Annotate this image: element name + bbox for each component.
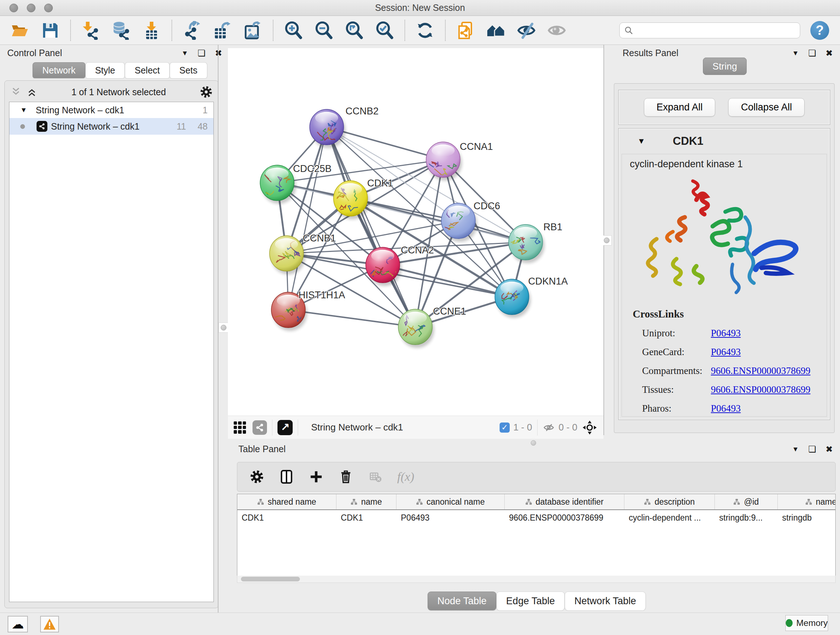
table-options-gear-icon[interactable]: [249, 469, 265, 485]
export-network-button[interactable]: [182, 21, 202, 40]
network-node[interactable]: [438, 203, 477, 242]
zoom-fit-button[interactable]: [344, 21, 364, 40]
network-node[interactable]: [260, 165, 296, 204]
hide-selected-button[interactable]: [516, 21, 536, 40]
left-splitter-handle[interactable]: [218, 323, 229, 333]
tab-edge-table[interactable]: Edge Table: [496, 592, 565, 610]
panel-collapse-icon[interactable]: ▼: [792, 446, 799, 453]
table-horizontal-scrollbar[interactable]: [237, 576, 836, 583]
export-image-button[interactable]: [243, 21, 263, 40]
panel-collapse-icon[interactable]: ▼: [792, 50, 799, 57]
control-panel: Control Panel ▼ ❏ ✖ Network Style Select…: [0, 45, 228, 613]
birds-eye-grid-icon[interactable]: [234, 421, 246, 434]
pan-crosshair-icon[interactable]: [583, 420, 597, 435]
refresh-button[interactable]: [415, 21, 435, 40]
cell-database-identifier[interactable]: 9606.ENSP00000378699: [505, 510, 624, 525]
scrollbar-thumb[interactable]: [241, 577, 300, 581]
help-button[interactable]: ?: [810, 21, 829, 40]
cell-namespace[interactable]: stringdb: [778, 510, 836, 525]
node-label: CCNB1: [303, 233, 336, 244]
column-type-icon: [733, 499, 740, 505]
node-label: CCNA2: [401, 245, 434, 256]
tab-network-table[interactable]: Network Table: [565, 592, 646, 610]
network-node[interactable]: [421, 142, 462, 181]
cell-id[interactable]: stringdb:9...: [715, 510, 778, 525]
gene-collapse-icon[interactable]: ▼: [638, 136, 645, 146]
tab-node-table[interactable]: Node Table: [428, 592, 496, 610]
cell-name[interactable]: CDK1: [336, 510, 396, 525]
export-table-button[interactable]: [213, 21, 232, 40]
tab-string[interactable]: String: [703, 57, 747, 75]
expand-all-button[interactable]: Expand All: [644, 98, 715, 117]
panel-close-icon[interactable]: ✖: [826, 445, 833, 454]
panel-close-icon[interactable]: ✖: [826, 49, 833, 57]
crosslink-link[interactable]: 9606.ENSP00000378699: [711, 384, 810, 395]
column-header: name: [336, 494, 396, 509]
crosslink-link[interactable]: P06493: [711, 347, 741, 358]
network-node[interactable]: [495, 279, 531, 318]
open-in-window-icon[interactable]: ↗: [278, 420, 293, 435]
cell-shared-name[interactable]: CDK1: [237, 510, 336, 525]
panel-collapse-icon[interactable]: ▼: [182, 50, 188, 57]
cell-description[interactable]: cyclin-dependent ...: [624, 510, 715, 525]
tab-sets[interactable]: Sets: [170, 62, 207, 78]
delete-column-trash-icon[interactable]: [338, 469, 354, 485]
import-network-from-database-button[interactable]: [111, 21, 131, 40]
network-edge[interactable]: [288, 127, 327, 310]
string-import-button[interactable]: [456, 21, 475, 40]
column-header: namespace: [778, 494, 836, 509]
titlebar: Session: New Session: [0, 0, 840, 16]
network-node[interactable]: [309, 109, 346, 148]
network-node[interactable]: [333, 181, 369, 219]
network-collection-row[interactable]: ▼ String Network – cdk1 1: [9, 102, 213, 118]
current-network-dot-icon: [20, 124, 25, 129]
open-session-button[interactable]: [10, 21, 30, 40]
tab-select[interactable]: Select: [125, 62, 169, 78]
import-table-button[interactable]: [142, 21, 161, 40]
crosslink-row: GeneCard:P06493: [642, 342, 821, 361]
tree-expand-icon[interactable]: ▼: [20, 106, 27, 114]
zoom-out-button[interactable]: [314, 21, 333, 40]
status-bar: ☁ Memory: [0, 613, 840, 635]
panel-float-icon[interactable]: ❏: [197, 49, 205, 57]
show-all-button[interactable]: [547, 21, 567, 40]
import-network-button[interactable]: [81, 21, 101, 40]
search-input[interactable]: [637, 25, 796, 35]
zoom-in-button[interactable]: [284, 21, 303, 40]
expand-all-networks-icon[interactable]: [27, 87, 37, 97]
network-node[interactable]: [508, 225, 545, 263]
network-canvas[interactable]: CCNB2CCNA1CDC25BCDK1CDC6RB1CCNB1CCNA2CDK…: [228, 48, 603, 416]
collapse-all-networks-icon[interactable]: [11, 87, 21, 97]
network-options-gear-icon[interactable]: [200, 86, 212, 98]
node-label: CDK1: [367, 178, 393, 188]
cloud-button[interactable]: ☁: [8, 616, 28, 632]
crosslink-link[interactable]: P06493: [711, 403, 741, 414]
network-edge[interactable]: [288, 310, 415, 327]
show-columns-icon[interactable]: [279, 469, 294, 485]
save-session-button[interactable]: [41, 21, 60, 40]
crosslink-link[interactable]: P06493: [711, 328, 741, 339]
home-networks-button[interactable]: [486, 21, 506, 40]
tab-style[interactable]: Style: [85, 62, 125, 78]
panel-float-icon[interactable]: ❏: [808, 49, 816, 57]
collapse-all-button[interactable]: Collapse All: [728, 98, 805, 117]
table-row[interactable]: CDK1 CDK1 P06493 9606.ENSP00000378699 cy…: [237, 510, 835, 525]
function-builder-icon: f(x): [397, 470, 414, 484]
panel-float-icon[interactable]: ❏: [808, 445, 816, 454]
search-field[interactable]: [619, 22, 800, 38]
network-node[interactable]: [398, 309, 434, 348]
network-row[interactable]: String Network – cdk1 11 48: [9, 118, 213, 135]
selected-checkbox-icon[interactable]: ✓: [500, 423, 510, 432]
crosslink-link[interactable]: 9606.ENSP00000378699: [711, 365, 810, 377]
create-column-plus-icon[interactable]: [308, 469, 324, 485]
node-label: CDC6: [474, 201, 500, 211]
network-overview-share-icon[interactable]: [253, 420, 267, 435]
cell-canonical-name[interactable]: P06493: [396, 510, 505, 525]
collection-count: 1: [202, 105, 208, 116]
zoom-selected-button[interactable]: [375, 21, 394, 40]
node-count: 11: [177, 121, 186, 132]
warnings-button[interactable]: [40, 616, 59, 632]
tab-network[interactable]: Network: [33, 62, 85, 78]
memory-button[interactable]: Memory: [785, 615, 828, 631]
node-label: CCNA1: [460, 141, 493, 152]
